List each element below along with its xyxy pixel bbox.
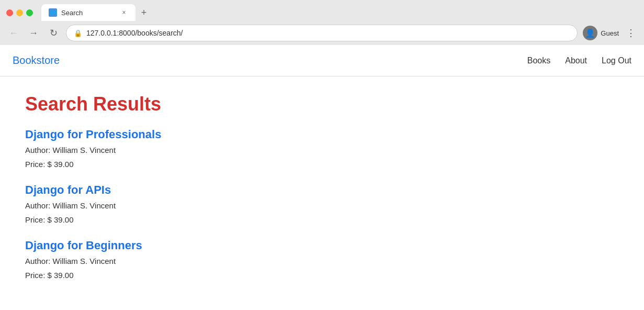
back-button[interactable]: ← bbox=[6, 26, 21, 40]
book-item-3: Django for Beginners Author: William S. … bbox=[25, 239, 619, 280]
profile-avatar-icon: 👤 bbox=[583, 26, 597, 40]
nav-link-logout[interactable]: Log Out bbox=[602, 56, 631, 65]
book-price-3: Price: $ 39.00 bbox=[25, 271, 619, 280]
profile-area[interactable]: 👤 Guest bbox=[583, 26, 619, 40]
active-tab[interactable]: 🌐 Search × bbox=[41, 4, 135, 21]
nav-link-books[interactable]: Books bbox=[527, 56, 550, 65]
book-author-3: Author: William S. Vincent bbox=[25, 257, 619, 265]
tab-bar: 🌐 Search × + bbox=[41, 4, 151, 21]
secure-icon: 🔒 bbox=[74, 29, 82, 37]
forward-button[interactable]: → bbox=[26, 26, 41, 40]
book-author-1: Author: William S. Vincent bbox=[25, 146, 619, 154]
title-bar: 🌐 Search × + bbox=[0, 0, 644, 21]
tab-close-button[interactable]: × bbox=[120, 8, 128, 17]
tab-title: Search bbox=[61, 9, 116, 17]
book-item-1: Django for Professionals Author: William… bbox=[25, 128, 619, 169]
book-price-2: Price: $ 39.00 bbox=[25, 215, 619, 224]
navbar: Bookstore Books About Log Out bbox=[0, 45, 644, 76]
maximize-window-button[interactable] bbox=[26, 9, 33, 16]
book-author-2: Author: William S. Vincent bbox=[25, 201, 619, 210]
address-bar-row: ← → ↻ 🔒 127.0.0.1:8000/books/search/ 👤 G… bbox=[0, 21, 644, 45]
navbar-links: Books About Log Out bbox=[527, 56, 631, 65]
profile-name: Guest bbox=[601, 29, 619, 37]
refresh-button[interactable]: ↻ bbox=[46, 26, 61, 40]
browser-chrome: 🌐 Search × + ← → ↻ 🔒 127.0.0.1:8000/book… bbox=[0, 0, 644, 45]
window-controls bbox=[6, 9, 33, 16]
url-text: 127.0.0.1:8000/books/search/ bbox=[86, 29, 570, 37]
page-wrapper: Bookstore Books About Log Out Search Res… bbox=[0, 45, 644, 310]
minimize-window-button[interactable] bbox=[16, 9, 23, 16]
close-window-button[interactable] bbox=[6, 9, 13, 16]
book-price-1: Price: $ 39.00 bbox=[25, 160, 619, 169]
browser-menu-button[interactable]: ⋮ bbox=[624, 25, 638, 41]
nav-link-about[interactable]: About bbox=[565, 56, 587, 65]
book-title-3[interactable]: Django for Beginners bbox=[25, 239, 619, 252]
main-content: Search Results Django for Professionals … bbox=[0, 76, 644, 310]
book-item-2: Django for APIs Author: William S. Vince… bbox=[25, 183, 619, 224]
new-tab-button[interactable]: + bbox=[137, 5, 151, 20]
navbar-brand[interactable]: Bookstore bbox=[13, 54, 60, 67]
address-bar[interactable]: 🔒 127.0.0.1:8000/books/search/ bbox=[66, 25, 578, 41]
tab-favicon-icon: 🌐 bbox=[49, 8, 57, 17]
book-title-2[interactable]: Django for APIs bbox=[25, 183, 619, 197]
page-heading: Search Results bbox=[25, 93, 619, 115]
book-title-1[interactable]: Django for Professionals bbox=[25, 128, 619, 141]
